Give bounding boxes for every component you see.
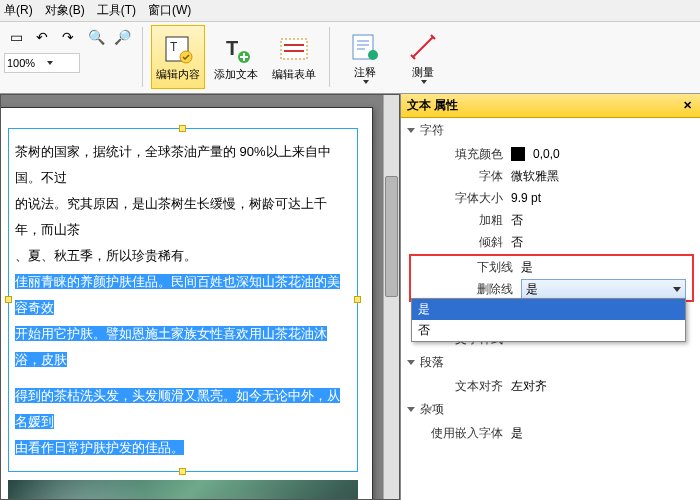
edit-content-button[interactable]: T 编辑内容 [151, 25, 205, 89]
text-frame[interactable]: 茶树的国家，据统计，全球茶油产量的 90%以上来自中国。不过 的说法。究其原因，… [8, 128, 358, 472]
svg-text:T: T [226, 37, 238, 59]
panel-title: 文本 属性 [407, 97, 458, 114]
resize-handle[interactable] [179, 468, 186, 475]
paragraph[interactable]: 的说法。究其原因，是山茶树生长缓慢，树龄可达上千年，而山茶 [15, 191, 351, 243]
menu-item[interactable]: 对象(B) [45, 2, 85, 19]
collapse-icon [407, 360, 415, 365]
annotate-icon [349, 31, 381, 63]
menu-item[interactable]: 窗口(W) [148, 2, 191, 19]
chevron-down-icon [421, 80, 427, 84]
rotate-left-icon[interactable]: ↶ [30, 25, 54, 49]
section-header-para[interactable]: 段落 [401, 350, 700, 375]
prop-embed-font: 使用嵌入字体 是 [401, 422, 700, 444]
resize-handle[interactable] [179, 125, 186, 132]
prop-underline: 下划线 是 [411, 256, 692, 278]
chevron-down-icon [673, 287, 681, 292]
toolbar-divider [142, 27, 143, 87]
paragraph-selected[interactable]: 由看作日常护肤护发的佳品。 [15, 435, 351, 461]
edit-form-icon [278, 33, 310, 65]
fit-page-icon[interactable]: ▭ [4, 25, 28, 49]
svg-point-9 [368, 50, 378, 60]
edit-content-icon: T [162, 33, 194, 65]
annotate-button[interactable]: 注释 [338, 25, 392, 89]
prop-italic: 倾斜 否 [401, 231, 700, 253]
edit-form-button[interactable]: 编辑表单 [267, 25, 321, 89]
close-icon[interactable]: ✕ [680, 99, 694, 113]
collapse-icon [407, 407, 415, 412]
paragraph-selected[interactable]: 开始用它护肤。譬如恩施土家族女性喜欢用山茶花油沐浴，皮肤 [15, 321, 351, 373]
menu-bar: 单(R) 对象(B) 工具(T) 窗口(W) [0, 0, 700, 22]
toolbar-divider [329, 27, 330, 87]
scrollbar-thumb[interactable] [385, 176, 398, 297]
dropdown-option[interactable]: 否 [412, 320, 685, 341]
vertical-scrollbar[interactable] [383, 95, 399, 499]
prop-fill-color: 填充颜色 0,0,0 [401, 143, 700, 165]
document-pane: 茶树的国家，据统计，全球茶油产量的 90%以上来自中国。不过 的说法。究其原因，… [0, 94, 400, 500]
paragraph-selected[interactable]: 得到的茶枯洗头发，头发顺滑又黑亮。如今无论中外，从名媛到 [15, 383, 351, 435]
properties-panel: 文本 属性 ✕ 字符 填充颜色 0,0,0 字体 微软雅黑 字体大小 9.9 p… [400, 94, 700, 500]
resize-handle[interactable] [5, 296, 12, 303]
paragraph[interactable]: 茶树的国家，据统计，全球茶油产量的 90%以上来自中国。不过 [15, 139, 351, 191]
svg-text:T: T [170, 40, 178, 54]
resize-handle[interactable] [354, 296, 361, 303]
zoom-in-icon[interactable]: 🔍 [84, 25, 108, 49]
callout-arrow-icon [0, 276, 2, 290]
strike-dropdown[interactable]: 是 [521, 279, 686, 299]
paragraph[interactable]: 、夏、秋五季，所以珍贵稀有。 [15, 243, 351, 269]
embedded-image [8, 480, 358, 500]
prop-align: 文本对齐 左对齐 [401, 375, 700, 397]
prop-font-size: 字体大小 9.9 pt [401, 187, 700, 209]
chevron-down-icon [47, 61, 53, 65]
add-text-button[interactable]: T 添加文本 [209, 25, 263, 89]
page: 茶树的国家，据统计，全球茶油产量的 90%以上来自中国。不过 的说法。究其原因，… [0, 107, 373, 500]
prop-bold: 加粗 否 [401, 209, 700, 231]
chevron-down-icon [363, 80, 369, 84]
paragraph-selected[interactable]: 佳丽青睐的养颜护肤佳品。民间百姓也深知山茶花油的美容奇效 [15, 269, 351, 321]
rotate-right-icon[interactable]: ↷ [56, 25, 80, 49]
callout-highlight: 下划线 是 删除线 是 是 否 [409, 254, 694, 302]
section-header-char[interactable]: 字符 [401, 118, 700, 143]
menu-item[interactable]: 单(R) [4, 2, 33, 19]
panel-title-bar: 文本 属性 ✕ [401, 94, 700, 118]
measure-icon [407, 31, 439, 63]
add-text-icon: T [220, 33, 252, 65]
zoom-combo[interactable] [4, 53, 80, 73]
zoom-out-icon[interactable]: 🔎 [110, 25, 134, 49]
color-swatch[interactable] [511, 147, 525, 161]
menu-item[interactable]: 工具(T) [97, 2, 136, 19]
collapse-icon [407, 128, 415, 133]
dropdown-list: 是 否 [411, 298, 686, 342]
dropdown-option[interactable]: 是 [412, 299, 685, 320]
zoom-input[interactable] [7, 57, 45, 69]
prop-font: 字体 微软雅黑 [401, 165, 700, 187]
svg-rect-5 [281, 39, 307, 59]
measure-button[interactable]: 测量 [396, 25, 450, 89]
toolbar: ▭ ↶ ↷ 🔍 🔎 T 编辑内容 T 添加文本 编辑表单 [0, 22, 700, 94]
section-header-misc[interactable]: 杂项 [401, 397, 700, 422]
prop-strike: 删除线 是 是 否 [411, 278, 692, 300]
